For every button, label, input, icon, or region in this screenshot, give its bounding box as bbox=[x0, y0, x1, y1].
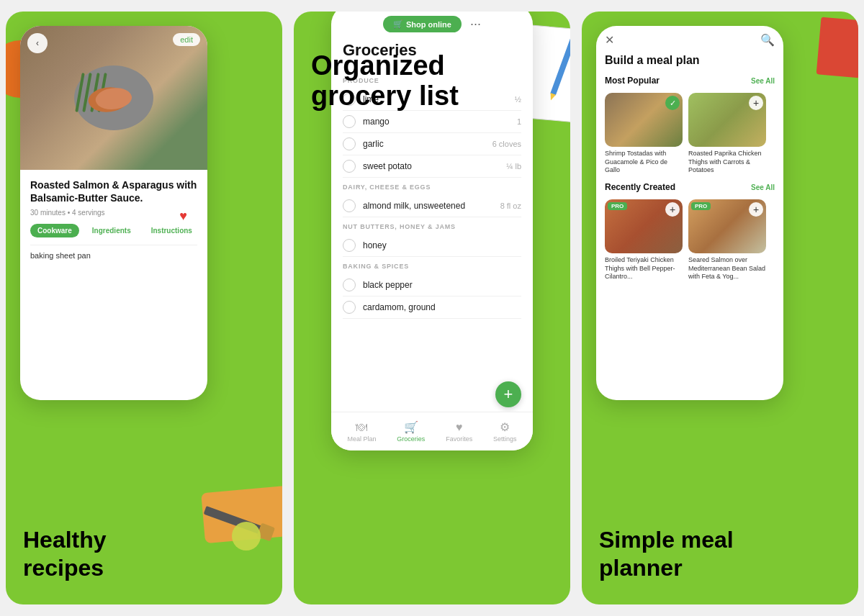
shop-online-button[interactable]: 🛒 Shop online bbox=[383, 16, 462, 32]
card-img-teriyaki: PRO + bbox=[605, 199, 683, 253]
item-qty-sweet-potato: ¼ lb bbox=[506, 162, 521, 171]
recipe-meta: 30 minutes • 4 servings bbox=[30, 209, 197, 217]
salmon-plate bbox=[63, 62, 164, 134]
recipe-tabs: Cookware Ingredients Instructions bbox=[30, 224, 197, 237]
most-popular-cards: ✓ Shrimp Tostadas with Guacamole & Pico … bbox=[596, 89, 783, 179]
plus-icon-2[interactable]: + bbox=[665, 202, 680, 217]
grocery-item-almond-milk: almond milk, unsweetened 8 fl oz bbox=[343, 195, 521, 217]
recently-created-see-all[interactable]: See All bbox=[751, 184, 775, 191]
tab-ingredients[interactable]: Ingredients bbox=[85, 224, 138, 237]
item-name-almond-milk: almond milk, unsweetened bbox=[363, 201, 500, 211]
grocery-item-mango: mango 1 bbox=[343, 111, 521, 133]
close-button[interactable]: ✕ bbox=[605, 33, 614, 47]
mealplan-title: Build a meal plan bbox=[596, 54, 783, 73]
notebook-red-decoration bbox=[816, 17, 858, 78]
grocery-header: 🛒 Shop online ··· bbox=[331, 12, 533, 38]
checkbox-cardamom[interactable] bbox=[343, 301, 356, 314]
nav-groceries[interactable]: 🛒 Groceries bbox=[397, 420, 425, 443]
nav-favorites[interactable]: ♥ Favorites bbox=[446, 421, 472, 443]
back-button[interactable]: ‹ bbox=[27, 33, 48, 53]
item-qty-lime: ½ bbox=[515, 95, 521, 104]
most-popular-see-all[interactable]: See All bbox=[751, 77, 775, 85]
card-img-salmon: PRO + bbox=[688, 199, 766, 253]
checkbox-sweet-potato[interactable] bbox=[343, 160, 356, 173]
item-name-mango: mango bbox=[363, 117, 517, 127]
recently-created-header: Recently Created See All bbox=[596, 179, 783, 195]
section-nut-butters: NUT BUTTERS, HONEY & JAMS bbox=[343, 223, 521, 230]
checkbox-mango[interactable] bbox=[343, 115, 356, 128]
nav-settings[interactable]: ⚙ Settings bbox=[493, 420, 517, 443]
pro-badge-2: PRO bbox=[691, 202, 711, 210]
recipe-phone: ‹ edit Roasted Salmon & Asparagus with B… bbox=[20, 26, 207, 400]
add-item-button[interactable]: + bbox=[495, 381, 521, 407]
more-options-button[interactable]: ··· bbox=[470, 17, 481, 32]
nav-meal-plan-label: Meal Plan bbox=[347, 435, 376, 443]
recently-created-title: Recently Created bbox=[605, 182, 675, 192]
mealplan-topbar: ✕ 🔍 bbox=[596, 26, 783, 54]
edit-button[interactable]: edit bbox=[173, 33, 200, 46]
lime-decoration bbox=[232, 522, 261, 551]
item-name-garlic: garlic bbox=[363, 139, 492, 149]
most-popular-title: Most Popular bbox=[605, 76, 660, 86]
card-title-shrimp: Shrimp Tostadas with Guacamole & Pico de… bbox=[605, 150, 683, 175]
grocery-item-sweet-potato: sweet potato ¼ lb bbox=[343, 155, 521, 178]
section-dairy: DAIRY, CHEESE & EGGS bbox=[343, 184, 521, 191]
checkbox-black-pepper[interactable] bbox=[343, 278, 356, 291]
cart-icon: 🛒 bbox=[393, 19, 403, 29]
settings-icon: ⚙ bbox=[500, 420, 510, 434]
panel-healthy-recipes: ‹ edit Roasted Salmon & Asparagus with B… bbox=[6, 12, 282, 604]
card-paprika-chicken[interactable]: + Roasted Paprika Chicken Thighs with Ca… bbox=[688, 93, 766, 175]
section-baking: BAKING & SPICES bbox=[343, 263, 521, 270]
pro-badge-1: PRO bbox=[608, 202, 627, 210]
recipe-equipment: baking sheet pan bbox=[30, 245, 197, 260]
recipe-title: Roasted Salmon & Asparagus with Balsamic… bbox=[30, 178, 197, 204]
plus-icon-3[interactable]: + bbox=[749, 202, 763, 217]
item-name-sweet-potato: sweet potato bbox=[363, 161, 506, 171]
checkbox-garlic[interactable] bbox=[343, 137, 356, 150]
item-name-cardamom: cardamom, ground bbox=[363, 302, 521, 312]
grocery-item-honey: honey bbox=[343, 235, 521, 257]
card-title-salmon: Seared Salmon over Mediterranean Bean Sa… bbox=[688, 256, 766, 281]
mealplan-phone: ✕ 🔍 Build a meal plan Most Popular See A… bbox=[596, 26, 783, 400]
card-title-teriyaki: Broiled Teriyaki Chicken Thighs with Bel… bbox=[605, 256, 683, 281]
item-qty-garlic: 6 cloves bbox=[492, 140, 521, 148]
card-salmon-salad[interactable]: PRO + Seared Salmon over Mediterranean B… bbox=[688, 199, 766, 281]
card-shrimp-tostadas[interactable]: ✓ Shrimp Tostadas with Guacamole & Pico … bbox=[605, 93, 683, 175]
main-container: ‹ edit Roasted Salmon & Asparagus with B… bbox=[0, 0, 864, 616]
item-name-black-pepper: black pepper bbox=[363, 280, 521, 290]
search-button[interactable]: 🔍 bbox=[760, 33, 775, 47]
grocery-heading: Organized grocery list bbox=[311, 51, 459, 112]
tab-instructions[interactable]: Instructions bbox=[144, 224, 199, 237]
panel-meal-planner: ✕ 🔍 Build a meal plan Most Popular See A… bbox=[582, 12, 858, 604]
panel3-label: Simple meal planner bbox=[582, 526, 858, 581]
nav-meal-plan[interactable]: 🍽 Meal Plan bbox=[347, 421, 376, 443]
bottom-navigation: 🍽 Meal Plan 🛒 Groceries ♥ Favorites ⚙ Se… bbox=[331, 412, 533, 450]
plus-icon-1[interactable]: + bbox=[749, 96, 763, 110]
nav-groceries-label: Groceries bbox=[397, 435, 425, 443]
heart-icon[interactable]: ♥ bbox=[179, 209, 187, 224]
grocery-item-garlic: garlic 6 cloves bbox=[343, 133, 521, 155]
tab-cookware[interactable]: Cookware bbox=[30, 224, 79, 237]
recipe-photo: ‹ edit bbox=[20, 26, 207, 170]
groceries-icon: 🛒 bbox=[404, 420, 418, 434]
meal-plan-icon: 🍽 bbox=[356, 421, 367, 434]
most-popular-header: Most Popular See All bbox=[596, 73, 783, 89]
checkbox-honey[interactable] bbox=[343, 239, 356, 252]
nav-favorites-label: Favorites bbox=[446, 435, 472, 443]
pencil-decoration bbox=[550, 33, 570, 96]
item-qty-mango: 1 bbox=[517, 117, 521, 126]
recipe-content: Roasted Salmon & Asparagus with Balsamic… bbox=[20, 170, 207, 268]
card-title-paprika: Roasted Paprika Chicken Thighs with Carr… bbox=[688, 150, 766, 175]
checkbox-almond-milk[interactable] bbox=[343, 199, 356, 212]
item-name-honey: honey bbox=[363, 240, 521, 250]
panel-grocery-list: Organized grocery list 🛒 Shop online ···… bbox=[294, 12, 570, 604]
favorites-icon: ♥ bbox=[456, 421, 463, 434]
recently-created-cards: PRO + Broiled Teriyaki Chicken Thighs wi… bbox=[596, 195, 783, 286]
card-img-shrimp: ✓ bbox=[605, 93, 683, 147]
grocery-item-cardamom: cardamom, ground bbox=[343, 296, 521, 319]
card-img-paprika: + bbox=[688, 93, 766, 147]
card-teriyaki-chicken[interactable]: PRO + Broiled Teriyaki Chicken Thighs wi… bbox=[605, 199, 683, 281]
check-icon: ✓ bbox=[665, 96, 680, 110]
nav-settings-label: Settings bbox=[493, 435, 517, 443]
item-qty-almond-milk: 8 fl oz bbox=[500, 201, 521, 210]
